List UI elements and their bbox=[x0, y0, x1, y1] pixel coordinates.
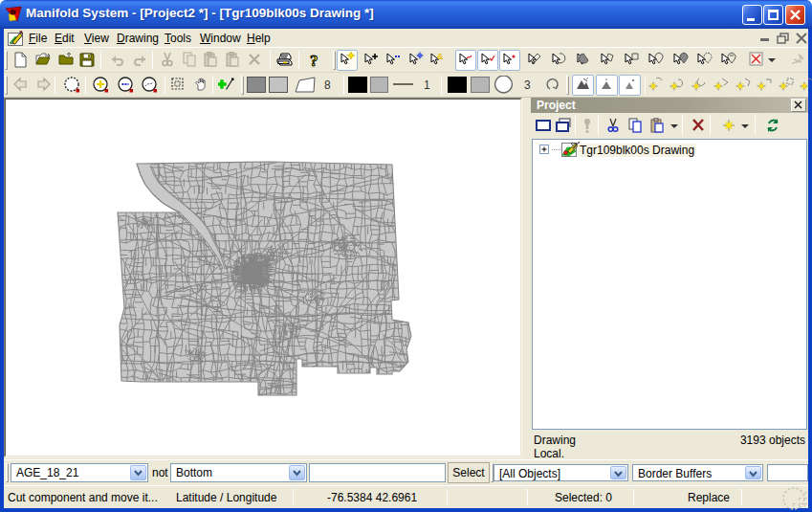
svg-text:?: ? bbox=[310, 52, 318, 69]
svg-text:&: & bbox=[437, 52, 444, 61]
svg-text:m: m bbox=[11, 9, 16, 15]
